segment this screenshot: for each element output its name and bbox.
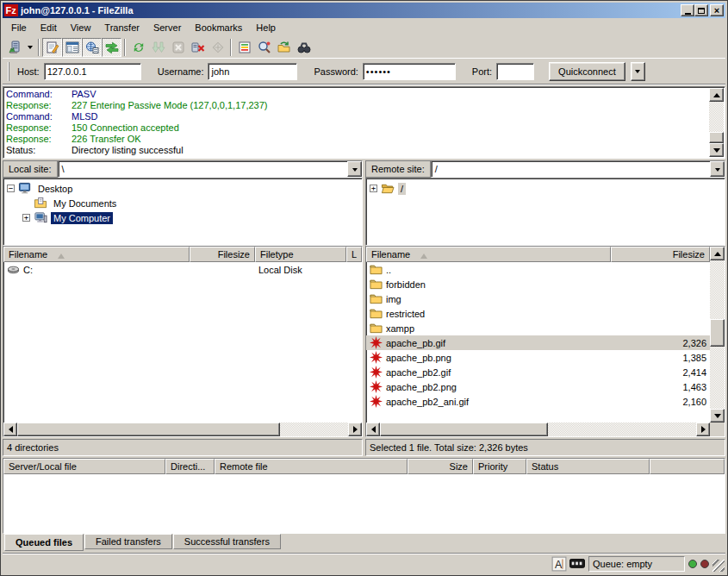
menu-file[interactable]: File bbox=[4, 21, 34, 34]
refresh-button[interactable] bbox=[128, 38, 148, 57]
synchronized-browsing-button[interactable] bbox=[274, 38, 294, 57]
scroll-right-button[interactable] bbox=[348, 423, 362, 436]
find-files-button[interactable] bbox=[294, 38, 314, 57]
close-button[interactable]: × bbox=[710, 4, 724, 16]
toggle-transfer-queue-button[interactable] bbox=[102, 38, 121, 57]
tab-successful-transfers[interactable]: Successful transfers bbox=[173, 534, 281, 549]
column-header-filetype[interactable]: Filetype bbox=[255, 247, 346, 262]
tree-item[interactable]: −Desktop bbox=[3, 181, 362, 196]
tree-collapse-icon[interactable]: − bbox=[7, 185, 15, 192]
scroll-left-button[interactable] bbox=[3, 423, 17, 436]
password-input[interactable] bbox=[363, 63, 456, 80]
site-manager-button[interactable] bbox=[4, 38, 24, 57]
quickconnect-dropdown-button[interactable] bbox=[631, 62, 645, 81]
file-row[interactable]: apache_pb2.png1,463 bbox=[366, 379, 710, 394]
menu-server[interactable]: Server bbox=[146, 21, 188, 34]
tree-item[interactable]: +/ bbox=[366, 181, 725, 196]
remote-site-combobox[interactable]: / bbox=[431, 160, 725, 178]
local-status-text: 4 directories bbox=[3, 439, 363, 456]
file-row[interactable]: apache_pb.png1,385 bbox=[366, 350, 710, 365]
menu-bookmarks[interactable]: Bookmarks bbox=[188, 21, 249, 34]
queue-column-status[interactable]: Status bbox=[526, 459, 650, 474]
scroll-down-button[interactable] bbox=[710, 409, 725, 423]
column-header-filesize[interactable]: Filesize bbox=[611, 247, 710, 262]
scroll-track[interactable] bbox=[710, 260, 725, 409]
ascii-data-type-icon[interactable]: A bbox=[551, 557, 567, 571]
file-row[interactable]: apache_pb2_ani.gif2,160 bbox=[366, 394, 710, 409]
scroll-track[interactable] bbox=[548, 423, 696, 436]
file-row[interactable]: img bbox=[366, 291, 710, 306]
queue-column-remote-file[interactable]: Remote file bbox=[215, 459, 408, 474]
toggle-local-tree-button[interactable] bbox=[62, 38, 82, 57]
column-header-l[interactable]: L bbox=[346, 247, 362, 262]
scroll-track[interactable] bbox=[280, 423, 348, 436]
scroll-track[interactable] bbox=[709, 102, 724, 143]
title-bar[interactable]: Fz john@127.0.0.1 - FileZilla × bbox=[3, 3, 725, 18]
menu-view[interactable]: View bbox=[64, 21, 98, 34]
file-row[interactable]: C:Local Disk bbox=[3, 262, 362, 277]
disconnect-button[interactable] bbox=[188, 38, 208, 57]
tab-queued-files[interactable]: Queued files bbox=[4, 534, 84, 551]
queue-list-body[interactable] bbox=[3, 474, 725, 533]
scroll-right-button[interactable] bbox=[696, 423, 710, 436]
tab-failed-transfers[interactable]: Failed transfers bbox=[84, 534, 172, 549]
column-header-filename[interactable]: Filename bbox=[3, 247, 190, 262]
column-header-filename[interactable]: Filename bbox=[366, 247, 611, 262]
site-manager-dropdown-button[interactable] bbox=[24, 38, 35, 57]
tree-item[interactable]: My Documents bbox=[3, 196, 362, 210]
resize-grip[interactable] bbox=[712, 560, 725, 572]
minimize-button[interactable] bbox=[681, 4, 694, 16]
remote-horizontal-scrollbar[interactable] bbox=[366, 423, 710, 436]
menu-transfer[interactable]: Transfer bbox=[97, 21, 146, 34]
tree-expand-icon[interactable]: + bbox=[370, 185, 377, 192]
quickconnect-button[interactable]: Quickconnect bbox=[549, 62, 625, 81]
queue-column-directi[interactable]: Directi... bbox=[165, 459, 215, 474]
toolbar-separator bbox=[230, 39, 232, 56]
remote-site-value[interactable]: / bbox=[432, 161, 710, 177]
local-site-combobox[interactable]: \ bbox=[58, 160, 363, 178]
scroll-thumb[interactable] bbox=[17, 423, 280, 436]
queue-column-priority[interactable]: Priority bbox=[473, 459, 526, 474]
process-queue-button[interactable] bbox=[148, 38, 168, 57]
column-header-filesize[interactable]: Filesize bbox=[190, 247, 255, 262]
scroll-left-button[interactable] bbox=[366, 423, 380, 436]
cancel-operation-button[interactable] bbox=[168, 38, 188, 57]
tree-expand-icon[interactable]: + bbox=[22, 214, 30, 222]
username-label: Username: bbox=[158, 66, 204, 77]
file-row[interactable]: .. bbox=[366, 262, 710, 277]
queue-column-server-local-file[interactable]: Server/Local file bbox=[3, 459, 165, 474]
local-site-dropdown-button[interactable] bbox=[347, 161, 362, 177]
tree-item[interactable]: +My Computer bbox=[3, 210, 362, 225]
local-site-value[interactable]: \ bbox=[59, 161, 347, 177]
arrow-right-icon bbox=[353, 426, 361, 433]
scroll-down-button[interactable] bbox=[709, 143, 724, 157]
remote-site-label: Remote site: bbox=[365, 160, 431, 178]
host-input[interactable] bbox=[44, 63, 141, 80]
toggle-message-log-button[interactable] bbox=[42, 38, 62, 57]
directory-comparison-button[interactable] bbox=[254, 38, 274, 57]
queue-column-size[interactable]: Size bbox=[408, 459, 473, 474]
reconnect-button[interactable] bbox=[208, 38, 227, 57]
file-row[interactable]: apache_pb.gif2,326 bbox=[366, 335, 710, 350]
maximize-button[interactable] bbox=[694, 4, 708, 16]
message-log-scrollbar[interactable] bbox=[709, 88, 724, 157]
toggle-remote-tree-button[interactable] bbox=[82, 38, 102, 57]
username-input[interactable] bbox=[208, 63, 297, 80]
file-row[interactable]: xampp bbox=[366, 321, 710, 335]
scroll-up-button[interactable] bbox=[710, 247, 725, 260]
remote-site-dropdown-button[interactable] bbox=[710, 161, 725, 177]
remote-vertical-scrollbar[interactable] bbox=[710, 247, 725, 436]
scroll-up-button[interactable] bbox=[709, 88, 724, 102]
scroll-thumb[interactable] bbox=[380, 423, 548, 436]
file-row[interactable]: forbidden bbox=[366, 277, 710, 291]
local-horizontal-scrollbar[interactable] bbox=[3, 423, 362, 436]
scroll-thumb[interactable] bbox=[709, 132, 724, 143]
menu-edit[interactable]: Edit bbox=[34, 21, 64, 34]
port-input[interactable] bbox=[496, 63, 534, 80]
file-row[interactable]: restricted bbox=[366, 306, 710, 321]
scroll-thumb[interactable] bbox=[710, 319, 725, 347]
directory-filters-button[interactable] bbox=[234, 38, 254, 57]
speed-limits-icon[interactable] bbox=[569, 557, 585, 571]
file-row[interactable]: apache_pb2.gif2,414 bbox=[366, 365, 710, 379]
menu-help[interactable]: Help bbox=[249, 21, 283, 34]
